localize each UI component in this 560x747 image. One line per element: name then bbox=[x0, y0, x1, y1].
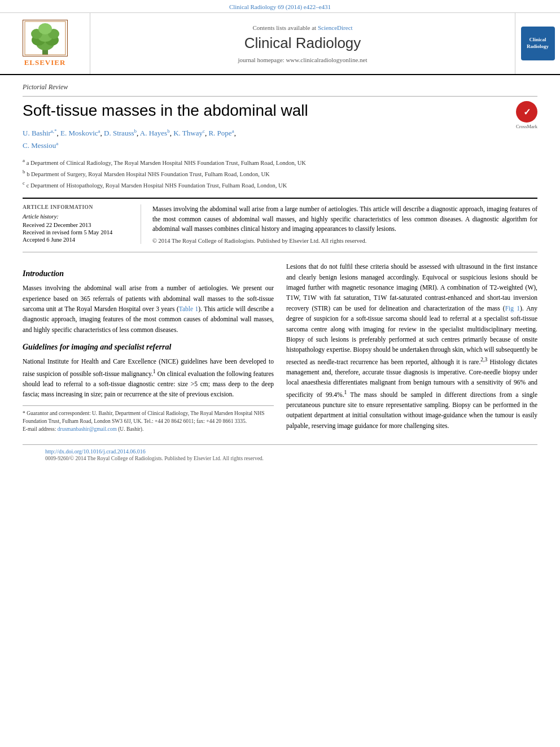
divider-body-start bbox=[23, 252, 537, 252]
doi-link[interactable]: http://dx.doi.org/10.1016/j.crad.2014.06… bbox=[45, 448, 515, 455]
author-messiou: C. Messiou bbox=[23, 141, 56, 150]
article-info-label: ARTICLE INFORMATION bbox=[23, 204, 133, 210]
article-type: Pictorial Review bbox=[23, 83, 537, 91]
table1-link[interactable]: Table 1 bbox=[179, 305, 198, 312]
journal-citation: Clinical Radiology 69 (2014) e422–e431 bbox=[229, 3, 331, 10]
journal-logo-icon: ClinicalRadiology bbox=[521, 27, 555, 60]
crossmark-badge[interactable]: ✓ bbox=[516, 101, 537, 123]
author-moskovic: E. Moskovic bbox=[60, 129, 98, 137]
bottom-bar: http://dx.doi.org/10.1016/j.crad.2014.06… bbox=[23, 444, 537, 465]
right-col: Lesions that do not fulfil these criteri… bbox=[286, 261, 537, 435]
journal-citation-bar: Clinical Radiology 69 (2014) e422–e431 bbox=[0, 0, 560, 13]
article-title: Soft-tissue masses in the abdominal wall bbox=[23, 101, 537, 120]
footnote-guarantor: * Guarantor and correspondent: U. Bashir… bbox=[23, 410, 265, 424]
footnote-section: * Guarantor and correspondent: U. Bashir… bbox=[23, 405, 274, 434]
footnote-email-label: E-mail address: bbox=[23, 426, 56, 432]
affil-b: b b Department of Surgery, Royal Marsden… bbox=[23, 168, 537, 179]
bottom-copyright: 0009-9260/© 2014 The Royal College of Ra… bbox=[45, 456, 515, 461]
elsevier-wordmark: ELSEVIER bbox=[24, 58, 66, 67]
abstract-text: Masses involving the abdominal wall aris… bbox=[152, 204, 537, 234]
journal-title: Clinical Radiology bbox=[244, 34, 361, 52]
journal-homepage: journal homepage: www.clinicalradiologyo… bbox=[238, 56, 368, 63]
crossmark-area[interactable]: ✓ CrossMark bbox=[516, 101, 537, 129]
footnote-star: * Guarantor and correspondent: U. Bashir… bbox=[23, 409, 274, 426]
revised-date: Received in revised form 5 May 2014 bbox=[23, 229, 133, 235]
footnote-email-line: E-mail address: drusmanbashir@gmail.com … bbox=[23, 425, 274, 433]
abstract-col: Masses involving the abdominal wall aris… bbox=[152, 204, 537, 244]
elsevier-logo: ELSEVIER bbox=[23, 20, 68, 67]
page-wrapper: Clinical Radiology 69 (2014) e422–e431 bbox=[0, 0, 560, 465]
authors-line: U. Bashira,*, E. Moskovica, D. Straussb,… bbox=[23, 127, 537, 152]
journal-header-center: Contents lists available at ScienceDirec… bbox=[90, 13, 515, 74]
affiliations: a a Department of Clinical Radiology, Th… bbox=[23, 156, 537, 191]
affil-a: a a Department of Clinical Radiology, Th… bbox=[23, 156, 537, 168]
guidelines-para1: National Institute for Health and Care E… bbox=[23, 356, 274, 399]
divider-after-type bbox=[23, 96, 537, 97]
svg-point-7 bbox=[38, 23, 52, 34]
left-col: Introduction Masses involving the abdomi… bbox=[23, 261, 274, 435]
title-row: Soft-tissue masses in the abdominal wall… bbox=[23, 101, 537, 127]
elsevier-tree-icon bbox=[23, 20, 68, 56]
author-bashir: U. Bashir bbox=[23, 129, 51, 137]
contents-text: Contents lists available at bbox=[252, 24, 316, 31]
footnote-email-suffix: (U. Bashir). bbox=[118, 426, 143, 432]
author-strauss: D. Strauss bbox=[104, 129, 134, 137]
author-hayes: A. Hayes bbox=[140, 129, 167, 137]
author-thway: K. Thway bbox=[173, 129, 203, 137]
divider-thick bbox=[23, 198, 537, 199]
guidelines-heading: Guidelines for imaging and specialist re… bbox=[23, 343, 274, 352]
article-history-label: Article history: bbox=[23, 213, 133, 220]
fig1-link[interactable]: Fig 1 bbox=[505, 305, 520, 312]
article-content: Pictorial Review Soft-tissue masses in t… bbox=[0, 83, 560, 465]
body-two-col: Introduction Masses involving the abdomi… bbox=[23, 261, 537, 435]
intro-para1: Masses involving the abdominal wall aris… bbox=[23, 283, 274, 335]
affil-c: c c Department of Histopathology, Royal … bbox=[23, 179, 537, 190]
elsevier-logo-area: ELSEVIER bbox=[0, 13, 90, 74]
info-abstract-row: ARTICLE INFORMATION Article history: Rec… bbox=[23, 204, 537, 244]
article-info-box: ARTICLE INFORMATION Article history: Rec… bbox=[23, 204, 141, 244]
science-direct-line: Contents lists available at ScienceDirec… bbox=[252, 24, 352, 31]
footnote-email-link[interactable]: drusmanbashir@gmail.com bbox=[58, 426, 117, 432]
accepted-date: Accepted 6 June 2014 bbox=[23, 237, 133, 243]
received-date: Received 22 December 2013 bbox=[23, 222, 133, 228]
author-pope: R. Pope bbox=[208, 129, 231, 137]
journal-header: ELSEVIER Contents lists available at Sci… bbox=[0, 13, 560, 75]
crossmark-label: CrossMark bbox=[516, 124, 537, 129]
intro-heading: Introduction bbox=[23, 269, 274, 278]
right-para1: Lesions that do not fulfil these criteri… bbox=[286, 261, 537, 431]
copyright-text: © 2014 The Royal College of Radiologists… bbox=[152, 238, 537, 244]
journal-logo-area: ClinicalRadiology bbox=[515, 13, 560, 74]
science-direct-link[interactable]: ScienceDirect bbox=[318, 24, 353, 31]
